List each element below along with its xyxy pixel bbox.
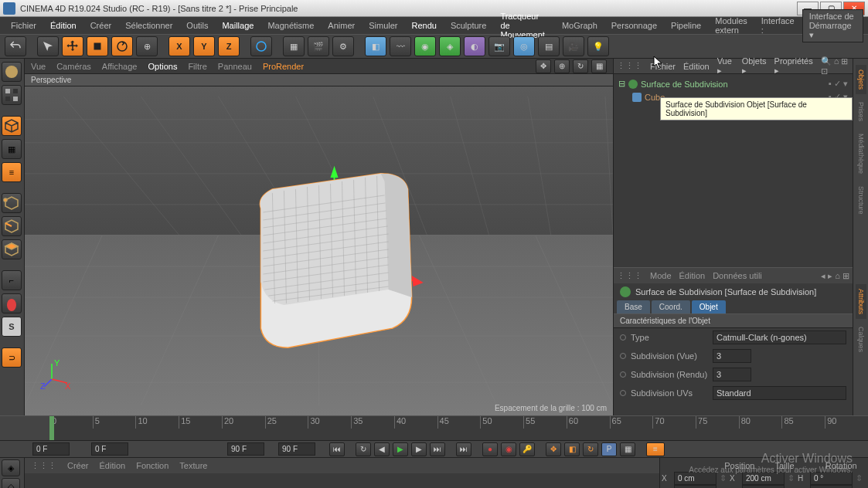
mat-icon-2[interactable]: ◇	[2, 478, 20, 488]
om-fichier[interactable]: Fichier	[650, 62, 676, 71]
next-frame-button[interactable]: ▶	[411, 442, 427, 456]
coord-system-button[interactable]	[250, 36, 272, 56]
layout-selector[interactable]: Interface de Démarrage ▾	[802, 9, 863, 42]
rtab-media[interactable]: Médiathèque	[856, 129, 866, 178]
vp-prorender[interactable]: ProRender	[263, 62, 304, 71]
expand-icon[interactable]: ⊟	[618, 79, 625, 89]
menu-edition[interactable]: Édition	[44, 19, 83, 32]
attr-subrendu-value[interactable]: 3	[713, 368, 751, 381]
vp-options[interactable]: Options	[148, 62, 177, 71]
menu-rendu[interactable]: Rendu	[405, 19, 442, 32]
render-picture-button[interactable]: 🎬	[308, 36, 329, 56]
tab-coord[interactable]: Coord.	[652, 300, 690, 313]
autokey-button[interactable]: ◉	[501, 442, 516, 456]
key-p-button[interactable]: ✥	[546, 442, 561, 456]
model-mode-button[interactable]	[2, 62, 22, 82]
vp-vue[interactable]: Vue	[31, 62, 46, 71]
point-mode-button[interactable]	[2, 193, 22, 213]
rtab-struct[interactable]: Structure	[856, 181, 866, 219]
attr-mode[interactable]: Mode	[650, 271, 672, 280]
primitive-button[interactable]: ◧	[365, 36, 386, 56]
rotate-tool[interactable]	[111, 36, 133, 56]
menu-outils[interactable]: Outils	[180, 19, 214, 32]
goto-end-button[interactable]: ⏭	[430, 442, 445, 456]
menu-creer[interactable]: Créer	[84, 19, 118, 32]
menu-mograph[interactable]: MoGraph	[556, 19, 604, 32]
mat-edition[interactable]: Édition	[100, 461, 126, 470]
record-button[interactable]: ●	[482, 442, 498, 456]
attr-edition[interactable]: Édition	[679, 271, 706, 280]
om-edition[interactable]: Édition	[683, 62, 710, 71]
tab-base[interactable]: Base	[617, 300, 650, 313]
timeline[interactable]: 0510 152025 303540 455055 606570 758085 …	[0, 415, 868, 440]
frame-start[interactable]: 0 F	[32, 442, 70, 456]
y-axis-button[interactable]: Y	[193, 36, 215, 56]
rtab-prises[interactable]: Prises	[856, 97, 866, 126]
vp-panneau[interactable]: Panneau	[218, 62, 252, 71]
polygon-mode-button[interactable]	[2, 239, 22, 259]
environment-button[interactable]: ◐	[464, 36, 485, 56]
menu-maillage[interactable]: Maillage	[216, 19, 260, 32]
prev-frame-button[interactable]: ◀	[374, 442, 390, 456]
menu-selectionner[interactable]: Sélectionner	[119, 19, 179, 32]
key-r-button[interactable]: ↻	[583, 442, 598, 456]
vp-layout-icon[interactable]: ▦	[591, 59, 607, 73]
mat-icon-1[interactable]: ◈	[2, 459, 20, 476]
om-vue[interactable]: Vue ▸	[717, 56, 734, 76]
vp-rotate-icon[interactable]: ↻	[573, 59, 588, 73]
menu-magnetisme[interactable]: Magnétisme	[261, 19, 320, 32]
axis-button[interactable]: ⌐	[2, 270, 22, 290]
rtab-objets[interactable]: Objets	[856, 65, 866, 94]
vp-zoom-icon[interactable]: ⊕	[554, 59, 570, 73]
attr-subuvs-value[interactable]: Standard	[713, 386, 846, 400]
timeline-view-button[interactable]: ≡	[646, 442, 665, 456]
pos-y[interactable]: 0 cm	[674, 485, 717, 488]
camera-icon-button[interactable]: 🎥	[563, 36, 584, 56]
light-button[interactable]: ◎	[513, 36, 535, 56]
z-axis-button[interactable]: Z	[218, 36, 240, 56]
render-settings-button[interactable]: ⚙	[332, 36, 354, 56]
key-options-button[interactable]: 🔑	[519, 442, 535, 456]
mat-texture[interactable]: Texture	[179, 461, 207, 470]
rtab-calques[interactable]: Calques	[856, 322, 866, 357]
loop-button[interactable]: ↻	[356, 442, 371, 456]
frame-total[interactable]: 90 F	[278, 442, 315, 456]
play-button[interactable]: ▶	[393, 442, 408, 456]
attr-type-value[interactable]: Catmull-Clark (n-gones)	[713, 330, 846, 344]
menu-sculpture[interactable]: Sculpture	[444, 19, 492, 32]
rtab-attrib[interactable]: Attributs	[856, 284, 866, 319]
attr-donnees[interactable]: Données utili	[713, 271, 762, 280]
frame-current[interactable]: 0 F	[91, 442, 128, 456]
playhead[interactable]	[49, 416, 54, 440]
move-tool[interactable]	[62, 36, 83, 56]
goto-start-button[interactable]: ⏮	[329, 442, 345, 456]
vp-cameras[interactable]: Caméras	[56, 62, 91, 71]
tree-label-1[interactable]: Surface de Subdivision	[641, 80, 728, 89]
menu-modules[interactable]: Modules extern	[709, 14, 754, 37]
key-pla-button[interactable]: ▦	[620, 442, 635, 456]
attr-subvue-value[interactable]: 3	[713, 349, 751, 363]
key-s-button[interactable]: ◧	[564, 442, 580, 456]
material-area[interactable]	[25, 473, 659, 488]
tree-item-subdivision[interactable]: ⊟ Surface de Subdivision ▪ ✓ ▾	[617, 77, 849, 90]
frame-end[interactable]: 90 F	[227, 442, 264, 456]
om-props[interactable]: Propriétés ▸	[774, 56, 813, 76]
object-tree[interactable]: ⊟ Surface de Subdivision ▪ ✓ ▾ Cube ▪ ✓ …	[614, 74, 853, 267]
snap-s-button[interactable]: S	[2, 317, 22, 337]
mouse-button[interactable]	[2, 293, 22, 313]
rot-p[interactable]: 0 °	[810, 485, 853, 488]
camera-button[interactable]: 📷	[488, 36, 510, 56]
undo-button[interactable]	[5, 36, 26, 56]
last-tool[interactable]: ⊕	[136, 36, 158, 56]
spline-button[interactable]: 〰	[390, 36, 411, 56]
select-tool[interactable]	[37, 36, 59, 56]
x-axis-button[interactable]: X	[168, 36, 190, 56]
vp-affichage[interactable]: Affichage	[102, 62, 138, 71]
tab-objet[interactable]: Objet	[692, 300, 726, 313]
om-objets[interactable]: Objets ▸	[742, 56, 767, 76]
key-param-button[interactable]: P	[601, 442, 617, 456]
menu-pipeline[interactable]: Pipeline	[665, 19, 707, 32]
mat-creer[interactable]: Créer	[67, 461, 89, 470]
menu-personnage[interactable]: Personnage	[605, 19, 663, 32]
magnet-button[interactable]: ⊃	[2, 347, 22, 368]
